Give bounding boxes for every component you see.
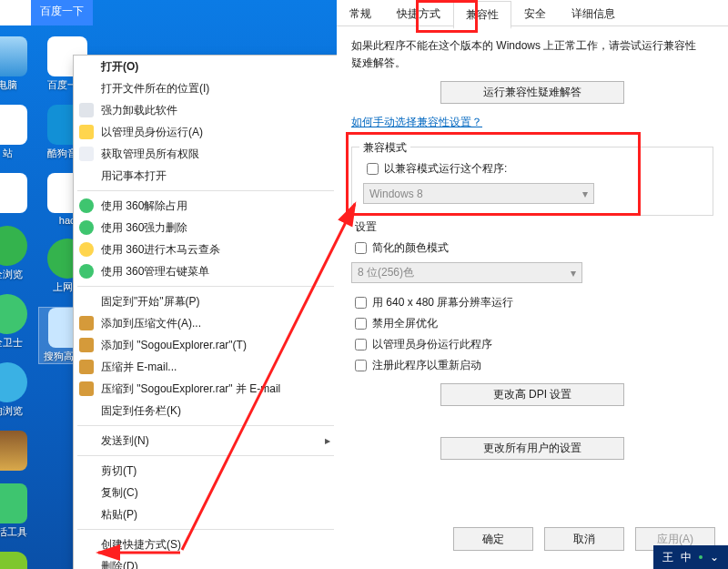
settings-group: 设置 简化的颜色模式 8 位(256)色 用 640 x 480 屏幕分辨率运行… <box>351 227 713 426</box>
desktop-icon[interactable] <box>0 552 36 569</box>
disable-fullscreen-check-label: 禁用全屏优化 <box>372 316 438 331</box>
color-mode-check-input[interactable] <box>355 242 367 254</box>
menu-item[interactable]: 剪切(T) <box>74 460 338 482</box>
menu-item[interactable]: 以管理员身份运行(A) <box>74 121 338 143</box>
color-mode-checkbox[interactable]: 简化的颜色模式 <box>351 239 713 257</box>
menu-item-label: 打开(O) <box>101 59 138 75</box>
tab-4[interactable]: 详细信息 <box>559 0 628 26</box>
rar-icon <box>79 381 94 396</box>
menu-separator <box>77 286 334 287</box>
menu-separator <box>77 425 334 426</box>
help-link[interactable]: 如何手动选择兼容性设置？ <box>351 115 482 130</box>
g360-icon <box>79 264 94 279</box>
register-restart-checkbox[interactable]: 注册此程序以重新启动 <box>351 357 713 374</box>
baidu-fragment: 百度一下 <box>0 0 93 25</box>
desktop-icon[interactable]: 电脑 <box>0 36 36 92</box>
menu-item[interactable]: 固定到任务栏(K) <box>74 400 338 422</box>
app-icon <box>0 294 27 334</box>
compat-mode-legend: 兼容模式 <box>359 140 410 156</box>
register-restart-check-input[interactable] <box>355 360 367 371</box>
menu-item-label: 使用 360进行木马云查杀 <box>101 242 220 258</box>
desktop-icon-label: 激活工具 <box>0 525 36 539</box>
menu-item[interactable]: 使用 360进行木马云查杀 <box>74 239 338 260</box>
rar-icon <box>79 316 94 330</box>
cancel-button[interactable]: 取消 <box>544 527 624 551</box>
menu-item[interactable]: 强力卸载此软件 <box>74 99 338 121</box>
res640-checkbox[interactable]: 用 640 x 480 屏幕分辨率运行 <box>351 294 713 311</box>
menu-item[interactable]: 使用 360管理右键菜单 <box>74 260 338 282</box>
compat-mode-check-input[interactable] <box>367 163 379 175</box>
compat-mode-group: 兼容模式 以兼容模式运行这个程序: Windows 8 <box>351 147 713 216</box>
menu-item[interactable]: 用记事本打开 <box>74 165 338 187</box>
menu-item[interactable]: 复制(C) <box>74 482 338 503</box>
menu-item[interactable]: 粘贴(P) <box>74 503 338 525</box>
tab-strip: 常规快捷方式兼容性安全详细信息 <box>337 0 728 26</box>
menu-item[interactable]: 压缩到 "SogouExplorer.rar" 并 E-mail <box>74 378 338 400</box>
menu-item[interactable]: 压缩并 E-mail... <box>74 356 338 378</box>
tab-0[interactable]: 常规 <box>337 0 384 26</box>
app-icon <box>0 105 27 145</box>
desktop-icon[interactable] <box>0 173 36 213</box>
menu-item-label: 以管理员身份运行(A) <box>101 125 203 140</box>
menu-item-label: 固定到"开始"屏幕(P) <box>101 294 200 310</box>
menu-item-label: 打开文件所在的位置(I) <box>101 81 209 97</box>
menu-item-label: 使用 360解除占用 <box>101 198 187 214</box>
menu-item[interactable]: 获取管理员所有权限 <box>74 143 338 165</box>
desktop-icon[interactable]: 狗浏览 <box>0 362 36 418</box>
desktop-icon-label: 狗浏览 <box>0 404 36 418</box>
disable-fullscreen-check-input[interactable] <box>355 318 367 330</box>
taskbar-fragment: 王 中 ⌄ <box>653 545 728 569</box>
compat-os-dropdown[interactable]: Windows 8 <box>363 183 594 204</box>
menu-item[interactable]: 使用 360解除占用 <box>74 195 338 217</box>
desktop-icon[interactable] <box>0 431 36 471</box>
key-icon <box>79 147 94 161</box>
properties-dialog: 常规快捷方式兼容性安全详细信息 如果此程序不能在这个版本的 Windows 上正… <box>337 0 728 569</box>
desktop-icon[interactable]: 站 <box>0 105 36 160</box>
menu-item[interactable]: 添加到压缩文件(A)... <box>74 312 338 334</box>
compat-mode-check-label: 以兼容模式运行这个程序: <box>384 161 507 177</box>
desktop-icon[interactable]: 全浏览 <box>0 226 36 281</box>
menu-item-label: 用记事本打开 <box>101 168 167 184</box>
tab-2[interactable]: 兼容性 <box>453 1 511 29</box>
res640-check-label: 用 640 x 480 屏幕分辨率运行 <box>372 295 513 310</box>
menu-item-label: 固定到任务栏(K) <box>101 403 181 419</box>
troubleshoot-button[interactable]: 运行兼容性疑难解答 <box>440 81 624 104</box>
run-admin-checkbox[interactable]: 以管理员身份运行此程序 <box>351 336 713 353</box>
menu-item[interactable]: 添加到 "SogouExplorer.rar"(T) <box>74 334 338 356</box>
baidu-search-button[interactable]: 百度一下 <box>31 0 93 25</box>
dpi-settings-button[interactable]: 更改高 DPI 设置 <box>440 383 624 406</box>
menu-item-label: 获取管理员所有权限 <box>101 147 199 162</box>
desktop-icon-label: 电脑 <box>0 78 36 92</box>
menu-item[interactable]: 删除(D) <box>74 555 338 569</box>
menu-item[interactable]: 发送到(N) <box>74 430 338 452</box>
menu-separator <box>77 190 334 191</box>
compat-mode-checkbox[interactable]: 以兼容模式运行这个程序: <box>363 160 702 178</box>
app-icon <box>0 362 27 402</box>
menu-item[interactable]: 打开文件所在的位置(I) <box>74 77 338 99</box>
app-icon <box>0 431 27 471</box>
ime-caret-icon[interactable]: ⌄ <box>710 551 719 564</box>
color-depth-dropdown[interactable]: 8 位(256)色 <box>351 262 582 283</box>
disable-fullscreen-checkbox[interactable]: 禁用全屏优化 <box>351 315 713 332</box>
ime-king-icon[interactable]: 王 <box>662 550 673 565</box>
tab-1[interactable]: 快捷方式 <box>384 0 453 26</box>
ok-button[interactable]: 确定 <box>453 527 533 551</box>
app-icon <box>0 36 27 76</box>
menu-item[interactable]: 打开(O) <box>74 56 338 77</box>
desktop-icon[interactable]: 激活工具 <box>0 483 36 539</box>
menu-item-label: 删除(D) <box>101 559 138 570</box>
app-icon <box>0 226 27 266</box>
tab-3[interactable]: 安全 <box>511 0 559 26</box>
res640-check-input[interactable] <box>355 297 367 309</box>
ime-lang-indicator[interactable]: 中 <box>681 550 692 565</box>
menu-item-label: 创建快捷方式(S) <box>101 537 181 553</box>
all-users-button[interactable]: 更改所有用户的设置 <box>440 437 624 460</box>
menu-item[interactable]: 固定到"开始"屏幕(P) <box>74 290 338 312</box>
menu-item[interactable]: 使用 360强力删除 <box>74 217 338 239</box>
menu-item-label: 压缩并 E-mail... <box>101 360 177 375</box>
g360-icon <box>79 220 94 235</box>
menu-item[interactable]: 创建快捷方式(S) <box>74 533 338 555</box>
run-admin-check-input[interactable] <box>355 339 367 351</box>
menu-item-label: 剪切(T) <box>101 463 136 479</box>
desktop-icon[interactable]: 全卫士 <box>0 294 36 350</box>
